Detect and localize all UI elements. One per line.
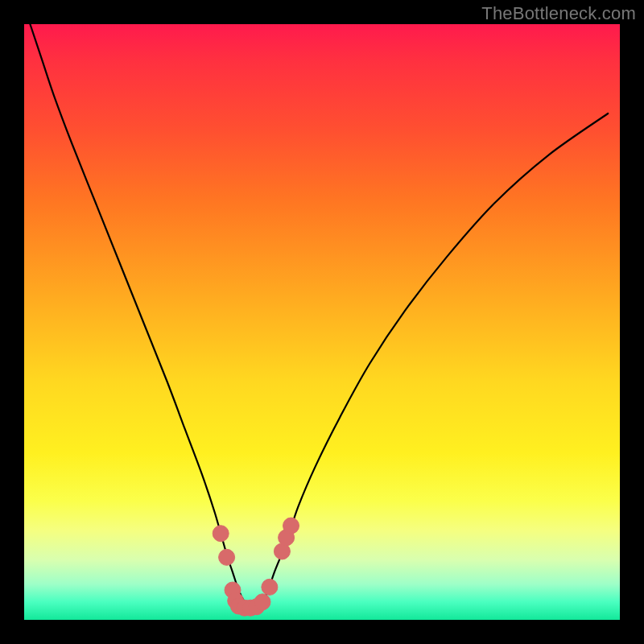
curve-marker [219,549,235,565]
chart-frame: TheBottleneck.com [0,0,644,644]
curve-marker [283,518,299,534]
watermark-text: TheBottleneck.com [481,3,636,24]
curve-marker [254,594,270,610]
plot-area [24,24,620,620]
curve-marker [262,579,278,595]
chart-svg [24,24,620,620]
curve-markers [213,518,299,616]
bottleneck-curve [30,24,608,609]
curve-marker [213,526,229,542]
